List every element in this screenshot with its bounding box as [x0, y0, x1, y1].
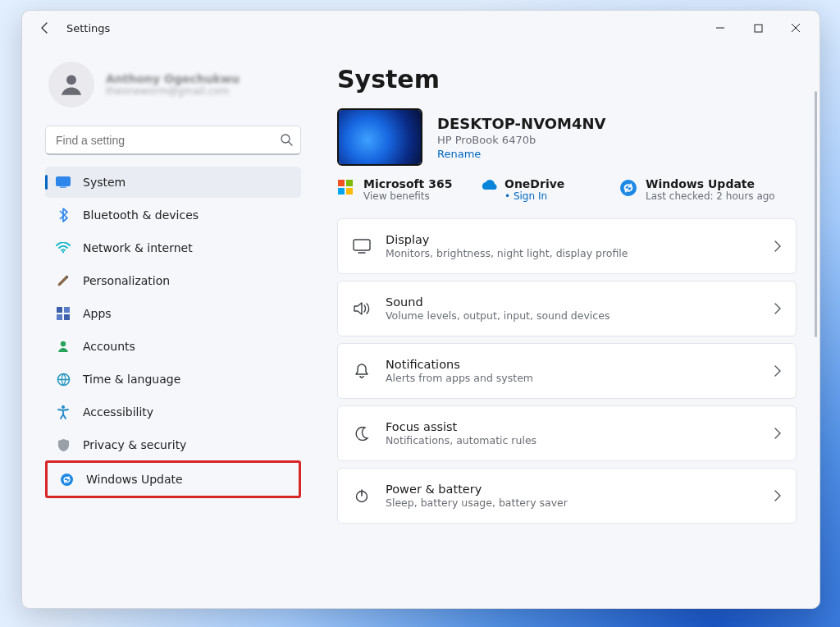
search-input[interactable]	[45, 126, 301, 155]
sidebar-item-privacy[interactable]: Privacy & security	[45, 429, 301, 460]
search-box	[45, 126, 301, 155]
svg-point-13	[61, 474, 73, 486]
sidebar-item-system[interactable]: System	[45, 167, 301, 198]
power-icon	[353, 487, 371, 505]
windows-update-icon	[58, 471, 75, 487]
sidebar-item-label: System	[83, 176, 126, 189]
back-button[interactable]	[34, 16, 57, 39]
chevron-right-icon	[774, 365, 781, 377]
sound-icon	[353, 300, 371, 318]
window-title: Settings	[66, 22, 110, 34]
sidebar-item-network[interactable]: Network & internet	[45, 232, 301, 263]
profile-block[interactable]: Anthony Ogechukwu theoneworm@gmail.com	[45, 48, 306, 122]
paintbrush-icon	[55, 272, 71, 289]
sidebar: Anthony Ogechukwu theoneworm@gmail.com S…	[22, 45, 314, 608]
chevron-right-icon	[774, 303, 781, 314]
svg-point-12	[62, 405, 65, 409]
maximize-icon	[754, 24, 763, 33]
pc-thumbnail	[337, 108, 422, 166]
sidebar-item-label: Accounts	[83, 340, 135, 353]
svg-point-5	[62, 251, 64, 253]
svg-rect-17	[346, 188, 353, 195]
arrow-left-icon	[39, 21, 52, 34]
sidebar-item-personalization[interactable]: Personalization	[45, 265, 301, 296]
pc-name: DESKTOP-NVOM4NV	[437, 115, 606, 132]
person-icon	[57, 71, 85, 98]
moon-icon	[353, 424, 371, 442]
accessibility-icon	[55, 404, 71, 420]
display-icon	[353, 237, 371, 255]
card-title: Power & battery	[386, 483, 568, 496]
sidebar-item-label: Bluetooth & devices	[83, 208, 199, 222]
pc-model: HP ProBook 6470b	[437, 134, 606, 146]
svg-rect-14	[338, 180, 345, 186]
apps-icon	[55, 305, 71, 322]
card-power-battery[interactable]: Power & batterySleep, battery usage, bat…	[337, 468, 797, 524]
accounts-icon	[55, 338, 71, 355]
sidebar-nav: System Bluetooth & devices Network & int…	[45, 167, 301, 460]
svg-point-2	[281, 135, 290, 143]
sidebar-item-label: Network & internet	[83, 241, 193, 254]
shield-icon	[55, 437, 71, 453]
svg-rect-16	[338, 188, 345, 195]
sidebar-item-time-language[interactable]: Time & language	[45, 364, 301, 395]
card-title: Sound	[386, 295, 609, 309]
maximize-button[interactable]	[739, 15, 777, 41]
quick-title: Microsoft 365	[363, 177, 452, 190]
sidebar-item-label: Time & language	[83, 373, 180, 386]
sidebar-item-label: Apps	[83, 307, 112, 320]
svg-rect-0	[755, 25, 762, 32]
sidebar-item-accounts[interactable]: Accounts	[45, 331, 301, 362]
card-display[interactable]: DisplayMonitors, brightness, night light…	[337, 218, 797, 274]
avatar	[48, 62, 94, 108]
quick-onedrive[interactable]: OneDriveSign In	[478, 177, 601, 202]
main-panel: System DESKTOP-NVOM4NV HP ProBook 6470b …	[314, 45, 819, 608]
quick-m365[interactable]: Microsoft 365View benefits	[337, 177, 460, 202]
svg-rect-6	[57, 307, 62, 313]
card-sub: Notifications, automatic rules	[386, 434, 536, 446]
svg-point-10	[61, 341, 66, 346]
card-notifications[interactable]: NotificationsAlerts from apps and system	[337, 343, 797, 399]
search-icon	[280, 133, 293, 146]
svg-rect-19	[354, 240, 370, 250]
page-title: System	[337, 65, 797, 94]
sidebar-item-accessibility[interactable]: Accessibility	[45, 396, 301, 428]
titlebar: Settings	[22, 11, 819, 45]
sidebar-item-windows-update[interactable]: Windows Update	[48, 464, 298, 495]
quick-title: OneDrive	[504, 177, 564, 190]
windows-update-highlight: Windows Update	[45, 460, 301, 498]
close-button[interactable]	[777, 15, 815, 41]
scrollbar-thumb[interactable]	[815, 91, 817, 337]
sidebar-item-label: Accessibility	[83, 405, 153, 419]
card-sub: Sleep, battery usage, battery saver	[386, 497, 568, 509]
profile-text: Anthony Ogechukwu theoneworm@gmail.com	[106, 72, 240, 97]
quick-title: Windows Update	[646, 177, 775, 190]
close-icon	[791, 23, 801, 33]
minimize-button[interactable]	[701, 15, 739, 41]
bell-icon	[353, 362, 371, 380]
sidebar-item-apps[interactable]: Apps	[45, 298, 301, 329]
svg-point-1	[66, 75, 76, 85]
chevron-right-icon	[774, 490, 781, 501]
sidebar-item-bluetooth[interactable]: Bluetooth & devices	[45, 199, 301, 231]
quick-sub[interactable]: Sign In	[504, 190, 564, 202]
quick-sub: View benefits	[363, 190, 452, 202]
bluetooth-icon	[55, 207, 71, 223]
settings-window: Settings Anthony Ogechukwu theoneworm@gm…	[21, 10, 820, 609]
svg-rect-3	[57, 177, 71, 186]
profile-name: Anthony Ogechukwu	[106, 72, 240, 85]
update-icon	[619, 179, 637, 197]
sidebar-item-label: Personalization	[83, 274, 170, 287]
settings-cards: DisplayMonitors, brightness, night light…	[337, 218, 797, 524]
system-icon	[55, 174, 71, 190]
card-focus-assist[interactable]: Focus assistNotifications, automatic rul…	[337, 405, 797, 461]
pc-card: DESKTOP-NVOM4NV HP ProBook 6470b Rename	[337, 108, 797, 166]
rename-link[interactable]: Rename	[437, 148, 606, 160]
card-sub: Alerts from apps and system	[386, 372, 533, 384]
minimize-icon	[715, 23, 725, 33]
quick-windows-update[interactable]: Windows UpdateLast checked: 2 hours ago	[619, 177, 775, 202]
svg-point-18	[620, 180, 637, 196]
card-sound[interactable]: SoundVolume levels, output, input, sound…	[337, 281, 797, 336]
card-title: Focus assist	[386, 420, 536, 433]
card-sub: Volume levels, output, input, sound devi…	[386, 309, 609, 322]
